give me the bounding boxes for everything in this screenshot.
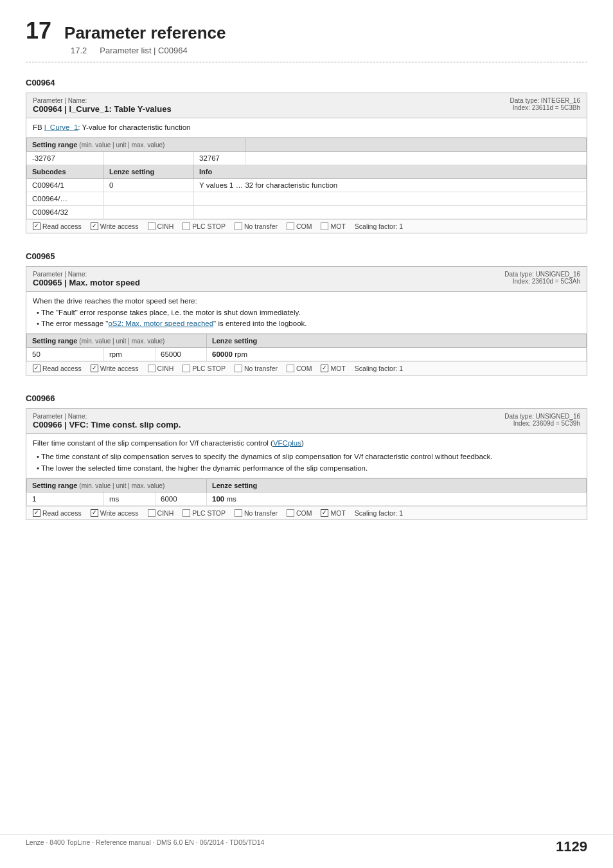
cinh-item: CINH — [148, 365, 174, 372]
param-name: C00966 | VFC: Time const. slip comp. — [33, 420, 181, 429]
read-access-item: Read access — [33, 509, 82, 517]
index-label: Index: 23610d = 5C3Ah — [504, 278, 580, 285]
mot-checkbox — [321, 509, 328, 517]
setting-range-header: Setting range (min. value | unit | max. … — [27, 334, 207, 348]
section-c00965-label: C00965 — [26, 251, 587, 261]
scaling-label: Scaling factor: 1 — [355, 509, 403, 517]
lenze-bold: 60000 — [212, 350, 233, 358]
notransfer-item: No transfer — [235, 222, 278, 230]
cinh-checkbox — [148, 509, 155, 517]
plc-checkbox — [182, 365, 190, 372]
write-access-item: Write access — [91, 365, 139, 372]
lenze-setting-header: Lenze setting — [104, 165, 194, 179]
subcode-val: C00964/… — [27, 192, 104, 206]
param-card-header: Parameter | Name: C00966 | VFC: Time con… — [26, 409, 587, 434]
info-val — [194, 206, 587, 219]
desc-item-1: The "Fault" error response takes place, … — [37, 307, 580, 318]
param-card-c00966: Parameter | Name: C00966 | VFC: Time con… — [26, 408, 587, 520]
param-name-block: Parameter | Name: C00964 | l_Curve_1: Ta… — [33, 97, 172, 114]
footer-left: Lenze · 8400 TopLine · Reference manual … — [26, 838, 264, 855]
write-access-item: Write access — [91, 509, 139, 517]
mot-checkbox — [321, 222, 328, 230]
table-row: C00964/… — [27, 192, 587, 206]
read-access-checkbox — [33, 365, 40, 372]
param-card-c00964: Parameter | Name: C00964 | l_Curve_1: Ta… — [26, 93, 587, 233]
param-footer-c00965: Read access Write access CINH PLC STOP N… — [26, 361, 587, 375]
mot-checkbox — [321, 365, 328, 372]
write-access-checkbox — [91, 509, 98, 517]
notransfer-checkbox — [235, 365, 242, 372]
param-card-c00965: Parameter | Name: C00965 | Max. motor sp… — [26, 266, 587, 375]
com-item: COM — [287, 509, 312, 517]
plc-checkbox — [182, 222, 190, 230]
lenze-val — [104, 206, 194, 219]
subcode-val: C00964/32 — [27, 206, 104, 219]
desc-line-1: Filter time constant of the slip compens… — [33, 438, 580, 449]
subcodes-header: Subcodes — [27, 165, 104, 179]
param-footer-c00964: Read access Write access CINH PLC STOP N… — [26, 219, 587, 233]
page-number: 1129 — [556, 838, 587, 855]
setting-range-header: Setting range (min. value | unit | max. … — [27, 478, 207, 492]
plc-item: PLC STOP — [182, 222, 226, 230]
table-row: C00964/32 — [27, 206, 587, 219]
info-header: Info — [194, 165, 587, 179]
param-description-c00965: When the drive reaches the motor speed s… — [26, 292, 587, 334]
section-divider — [26, 62, 587, 62]
param-card-header: Parameter | Name: C00964 | l_Curve_1: Ta… — [26, 93, 587, 118]
desc-fb-suffix: : Y-value for characteristic function — [78, 123, 190, 131]
mot-item: MOT — [321, 222, 345, 230]
desc-item-2: The error message "oS2: Max. motor speed… — [37, 318, 580, 329]
lenze-bold: 100 — [212, 495, 224, 503]
data-type: Data type: INTEGER_16 — [510, 97, 581, 104]
table-row: 1 ms 6000 100 ms — [27, 492, 587, 505]
com-checkbox — [287, 365, 294, 372]
param-type-block: Data type: UNSIGNED_16 Index: 23609d = 5… — [504, 413, 580, 427]
com-item: COM — [287, 222, 312, 230]
desc-list: The "Fault" error response takes place, … — [33, 307, 580, 330]
data-type: Data type: UNSIGNED_16 — [504, 413, 580, 420]
desc-fb-prefix: FB — [33, 123, 44, 131]
plc-checkbox — [182, 509, 190, 517]
param-card-header: Parameter | Name: C00965 | Max. motor sp… — [26, 267, 587, 292]
range-unit: rpm — [104, 348, 155, 361]
range-unit: ms — [104, 492, 155, 505]
param-type-block: Data type: UNSIGNED_16 Index: 23610d = 5… — [504, 271, 580, 285]
cinh-item: CINH — [148, 509, 174, 517]
desc-fb-link[interactable]: l_Curve_1 — [44, 123, 78, 131]
info-col-empty — [245, 138, 587, 152]
page-header: 17 Parameter reference — [26, 19, 587, 43]
plc-item: PLC STOP — [182, 365, 226, 372]
cinh-item: CINH — [148, 222, 174, 230]
link-vfcplus[interactable]: VFCplus — [273, 439, 301, 447]
index-label: Index: 23611d = 5C3Bh — [510, 104, 581, 111]
param-description-c00964: FB l_Curve_1: Y-value for characteristic… — [26, 118, 587, 138]
cinh-checkbox — [148, 222, 155, 230]
cinh-checkbox — [148, 365, 155, 372]
param-name: C00965 | Max. motor speed — [33, 278, 140, 287]
plc-item: PLC STOP — [182, 509, 226, 517]
mot-item: MOT — [321, 509, 345, 517]
com-checkbox — [287, 509, 294, 517]
range-min: 50 — [27, 348, 104, 361]
info-val: Y values 1 … 32 for characteristic funct… — [194, 179, 587, 192]
desc-line-1: When the drive reaches the motor speed s… — [33, 296, 580, 307]
read-access-item: Read access — [33, 222, 82, 230]
write-access-item: Write access — [91, 222, 139, 230]
subcode-val: C00964/1 — [27, 179, 104, 192]
table-row: C00964/1 0 Y values 1 … 32 for character… — [27, 179, 587, 192]
info-val — [194, 192, 587, 206]
param-name-block: Parameter | Name: C00966 | VFC: Time con… — [33, 413, 181, 429]
param-table-c00966: Setting range (min. value | unit | max. … — [26, 478, 587, 506]
scaling-label: Scaling factor: 1 — [355, 365, 403, 372]
param-table-c00964: Setting range (min. value | unit | max. … — [26, 138, 587, 219]
param-name: C00964 | l_Curve_1: Table Y-values — [33, 104, 172, 114]
write-access-checkbox — [91, 365, 98, 372]
page-footer: Lenze · 8400 TopLine · Reference manual … — [0, 834, 613, 855]
lenze-unit: rpm — [233, 350, 247, 358]
lenze-setting-th: Lenze setting — [207, 334, 587, 348]
link-os2[interactable]: oS2: Max. motor speed reached — [108, 320, 213, 327]
param-label: Parameter | Name: — [33, 413, 181, 420]
lenze-value: 60000 rpm — [207, 348, 587, 361]
desc-list: The time constant of slip compensation s… — [33, 451, 580, 474]
range-min: -32767 — [27, 152, 104, 165]
